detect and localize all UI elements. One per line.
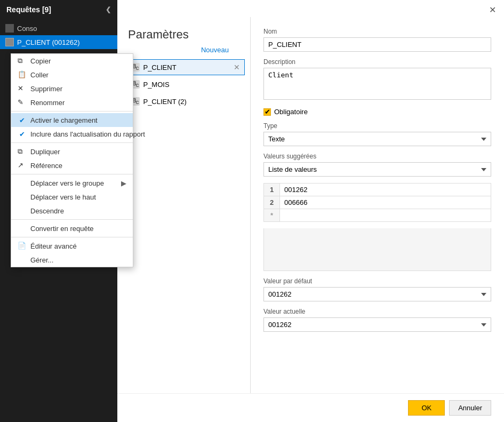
ctx-separator-1 [11,111,133,112]
values-empty-area [263,228,491,271]
ctx-dupliquer[interactable]: ⧉ Dupliquer [11,145,133,158]
down-icon [18,206,26,215]
manage-icon [18,256,26,264]
obligatoire-checkbox[interactable]: ✔ [263,108,271,116]
collapse-button[interactable]: ❮ [106,6,111,13]
ctx-deplacer-haut[interactable]: Déplacer vers le haut [11,190,133,204]
obligatoire-row: ✔ Obligatoire [263,108,491,116]
sidebar-item-pclient[interactable]: P_CLIENT (001262) [0,35,117,49]
description-label: Description [263,58,491,66]
copy-icon: ⧉ [18,57,26,65]
convert-icon [18,224,26,233]
ctx-editeur-avance[interactable]: 📄 Éditeur avancé [11,239,133,253]
main-panel: ✕ Paramètres Nouveau ABC P_CLIENT ✕ ABC … [117,0,504,422]
cancel-button[interactable]: Annuler [449,400,491,416]
valeurs-suggerees-label: Valeurs suggérées [263,153,491,160]
ctx-separator-2 [11,142,133,143]
ctx-label: Gérer... [30,256,53,264]
obligatoire-label: Obligatoire [274,108,308,116]
ctx-renommer[interactable]: ✎ Renommer [11,95,133,109]
ctx-label: Copier [30,57,51,65]
check-icon-2: ✔ [18,130,26,138]
ctx-coller[interactable]: 📋 Coller [11,68,133,82]
params-list: ABC P_CLIENT ✕ ABC P_MOIS ABC P_CLIENT (… [117,59,250,393]
ok-button[interactable]: OK [408,400,445,416]
nom-input[interactable] [263,37,491,52]
sidebar-item-label: P_CLIENT (001262) [17,38,80,46]
param-form: Nom Description Client ✔ Obligatoire Typ… [251,17,504,393]
grid-icon [5,24,14,33]
duplicate-icon: ⧉ [18,147,26,156]
left-panel: Requêtes [9] ❮ Conso P_CLIENT (001262) ⧉… [0,0,117,422]
check-icon: ✔ [18,116,26,124]
values-table: 1 001262 2 006666 * [263,183,491,222]
description-textarea[interactable]: Client [263,68,491,100]
param-item-pclient[interactable]: ABC P_CLIENT ✕ [123,59,245,75]
dialog-title: Paramètres [128,28,239,42]
table-row[interactable]: 1 001262 [264,184,491,196]
ctx-label: Renommer [30,99,65,107]
param-item-label: P_CLIENT (2) [143,98,186,106]
ctx-gerer[interactable]: Gérer... [11,253,133,267]
table-row[interactable]: 2 006666 [264,196,491,209]
params-section: Paramètres Nouveau ABC P_CLIENT ✕ ABC P_… [117,17,251,393]
ctx-separator-5 [11,237,133,237]
param-item-pclient2[interactable]: ABC P_CLIENT (2) [123,93,245,109]
ctx-deplacer-groupe[interactable]: Déplacer vers le groupe ▶ [11,176,133,190]
params-header: Paramètres Nouveau [117,17,250,59]
main-content: Paramètres Nouveau ABC P_CLIENT ✕ ABC P_… [117,17,504,393]
rename-icon: ✎ [18,98,26,107]
ctx-copier[interactable]: ⧉ Copier [11,54,133,68]
ctx-label: Activer le chargement [30,116,98,124]
delete-icon: ✕ [18,84,26,93]
left-panel-header: Requêtes [9] ❮ [0,0,117,19]
ctx-label: Dupliquer [30,148,60,156]
new-param-button[interactable]: Nouveau [128,46,239,54]
ctx-label: Convertir en requête [30,225,94,233]
type-select[interactable]: Texte [263,132,491,146]
valeur-actuelle-label: Valeur actuelle [263,308,491,315]
ctx-supprimer[interactable]: ✕ Supprimer [11,82,133,95]
ctx-descendre[interactable]: Descendre [11,204,133,218]
table-row-asterisk: * [264,209,491,222]
ref-icon: ↗ [18,161,26,170]
param-close-button[interactable]: ✕ [234,63,240,71]
ctx-label: Supprimer [30,85,62,93]
ctx-label: Coller [30,71,49,79]
row-num-1: 1 [264,184,280,196]
valeur-defaut-select[interactable]: 001262 [263,287,491,301]
sidebar-section: Conso P_CLIENT (001262) [0,19,117,51]
param-item-pmois[interactable]: ABC P_MOIS [123,76,245,92]
asterisk-cell: * [264,209,280,222]
ctx-label: Descendre [30,207,64,215]
up-icon [18,193,26,201]
ctx-inclure-actualisation[interactable]: ✔ Inclure dans l'actualisation du rappor… [11,127,133,141]
arrow-right-icon: ▶ [121,179,126,187]
type-label: Type [263,122,491,130]
ctx-activer-chargement[interactable]: ✔ Activer le chargement [11,113,133,127]
valeur-actuelle-select[interactable]: 001262 [263,317,491,332]
editor-icon: 📄 [18,242,26,250]
sidebar-item-label: Conso [17,25,37,33]
ctx-reference[interactable]: ↗ Référence [11,158,133,172]
empty-cell [280,209,491,222]
titlebar: ✕ [117,0,504,17]
context-menu: ⧉ Copier 📋 Coller ✕ Supprimer ✎ Renommer… [11,53,133,267]
param-item-label: P_CLIENT [143,63,176,71]
ctx-label: Déplacer vers le haut [30,193,96,201]
valeurs-suggerees-select[interactable]: Liste de valeurs [263,162,491,177]
row-val-1[interactable]: 001262 [280,184,491,196]
ctx-separator-4 [11,219,133,220]
valeur-defaut-label: Valeur par défaut [263,277,491,285]
group-icon [18,179,26,187]
sidebar-item-conso[interactable]: Conso [0,21,117,35]
ctx-separator-3 [11,174,133,174]
close-button[interactable]: ✕ [487,4,498,15]
ctx-label: Référence [30,162,62,170]
paste-icon: 📋 [18,70,26,79]
ctx-convertir[interactable]: Convertir en requête [11,221,133,235]
row-num-2: 2 [264,196,280,209]
row-val-2[interactable]: 006666 [280,196,491,209]
ctx-label: Inclure dans l'actualisation du rapport [30,130,145,138]
param-item-label: P_MOIS [143,81,169,89]
